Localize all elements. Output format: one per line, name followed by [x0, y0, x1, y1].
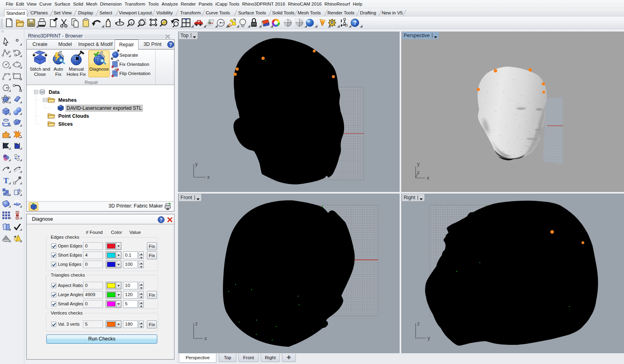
svg-text:T: T [4, 176, 9, 185]
svg-text:x: x [204, 336, 207, 341]
svg-text:z: z [195, 321, 198, 326]
svg-text:z: z [417, 170, 420, 175]
svg-text:±: ± [131, 21, 133, 25]
svg-text:y: y [195, 161, 198, 167]
svg-text:z: z [417, 321, 420, 326]
svg-text:x: x [427, 175, 429, 181]
svg-text:y: y [417, 161, 420, 167]
svg-text:?: ? [160, 217, 162, 223]
svg-text:?: ? [353, 20, 357, 26]
svg-text:?: ? [169, 42, 172, 47]
svg-text:x: x [207, 174, 210, 180]
svg-text:y: y [428, 335, 430, 341]
